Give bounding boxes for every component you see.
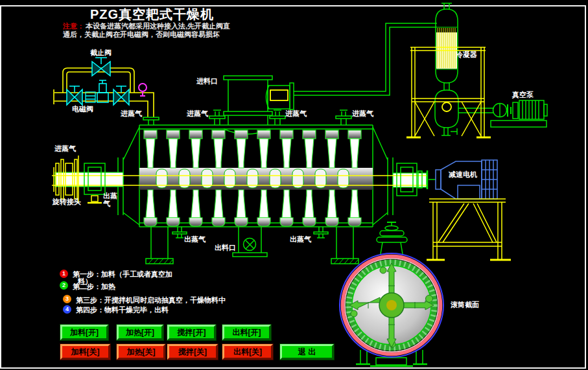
step-3-text: 第三步：开搅拌机同时启动抽真空，干燥物料中 xyxy=(76,295,226,305)
label-solenoid-valve: 电磁阀 xyxy=(72,105,93,113)
label-steam-in-4: 进蒸气 xyxy=(352,110,373,118)
exit-button[interactable]: 退 出 xyxy=(280,344,334,360)
steam-nozzle-2 xyxy=(209,110,225,125)
label-condenser: 冷凝器 xyxy=(456,51,477,59)
drum-cross-section xyxy=(340,253,443,357)
inlet-valve-right xyxy=(113,86,129,105)
solenoid-valve xyxy=(97,80,108,102)
heat-on-button[interactable]: 加热[开] xyxy=(117,325,163,340)
label-steam-out-1: 出蒸气 xyxy=(184,235,206,244)
label-steam-in-1: 进蒸气 xyxy=(121,110,142,118)
condenser xyxy=(436,3,458,90)
receiver-tank xyxy=(435,90,494,135)
vessel-leg-right xyxy=(331,227,359,264)
label-stop-valve: 截止阀 xyxy=(90,49,112,57)
label-discharge-outlet: 出料口 xyxy=(215,244,236,252)
pressure-gauge xyxy=(139,84,147,96)
label-steam-in-3: 进蒸气 xyxy=(285,110,307,118)
gear-motor xyxy=(436,160,497,199)
feed-on-button[interactable]: 加料[开] xyxy=(60,325,108,340)
vapor-filter xyxy=(266,83,294,110)
feed-hopper xyxy=(224,76,272,125)
heat-off-button[interactable]: 加热[关] xyxy=(117,344,165,360)
feed-off-button[interactable]: 加料[关] xyxy=(60,344,110,360)
motor-stand xyxy=(427,199,511,260)
discharge-off-button[interactable]: 出料[关] xyxy=(222,344,273,360)
notice-line-2: 通后，关截止阀在开电磁阀，否则电磁阀容易损坏 xyxy=(63,30,220,40)
agitator-shaft xyxy=(52,168,427,190)
discharge-on-button[interactable]: 出料[开] xyxy=(222,325,271,340)
drum-manhole xyxy=(377,222,407,254)
steam-nozzle-1 xyxy=(143,117,159,125)
inlet-valve-left xyxy=(67,86,82,105)
label-vacuum-pump: 真空泵 xyxy=(512,91,534,99)
stop-valve xyxy=(92,58,110,76)
hmi-screen: PZG真空耙式干燥机 注意：本设备进蒸汽都采用这种接入法,先开截止阀直 通后，关… xyxy=(0,0,588,370)
step-2-badge: 2 xyxy=(60,281,68,290)
notice-label: 注意： xyxy=(63,22,84,30)
label-steam-out-side: 出蒸气 xyxy=(103,192,120,207)
label-steam-in-2: 进蒸气 xyxy=(187,110,208,118)
steam-nozzle-4 xyxy=(336,110,351,125)
step-2-text: 第二步：加热 xyxy=(73,282,115,292)
label-gear-motor: 减速电机 xyxy=(449,170,477,179)
vapor-pipe xyxy=(294,23,437,95)
page-title: PZG真空耙式干燥机 xyxy=(90,6,214,23)
stir-on-button[interactable]: 搅拌[开] xyxy=(167,325,216,340)
condenser-tube-bundle xyxy=(436,27,457,69)
step-1-badge: 1 xyxy=(60,270,68,278)
step-4-badge: 4 xyxy=(63,305,71,314)
notice-text-1: 本设备进蒸汽都采用这种接入法,先开截止阀直 xyxy=(86,22,230,30)
label-drum-section: 滚筒截面 xyxy=(451,301,479,309)
label-rotary-joint: 旋转接头 xyxy=(53,198,81,206)
label-feed-inlet: 进料口 xyxy=(196,77,218,86)
discharge-chute xyxy=(233,227,267,257)
step-4-text: 第四步：物料干燥完毕，出料 xyxy=(76,305,169,315)
steam-out-nozzle-2 xyxy=(314,227,328,238)
step-3-badge: 3 xyxy=(63,295,71,303)
label-steam-in-left: 进蒸气 xyxy=(54,145,76,153)
discharge-valve-icon xyxy=(244,238,256,251)
vessel-leg-left xyxy=(146,227,173,264)
vacuum-pump xyxy=(491,100,547,127)
stir-off-button[interactable]: 搅拌[关] xyxy=(167,344,218,360)
label-steam-out-2: 出蒸气 xyxy=(290,235,311,244)
